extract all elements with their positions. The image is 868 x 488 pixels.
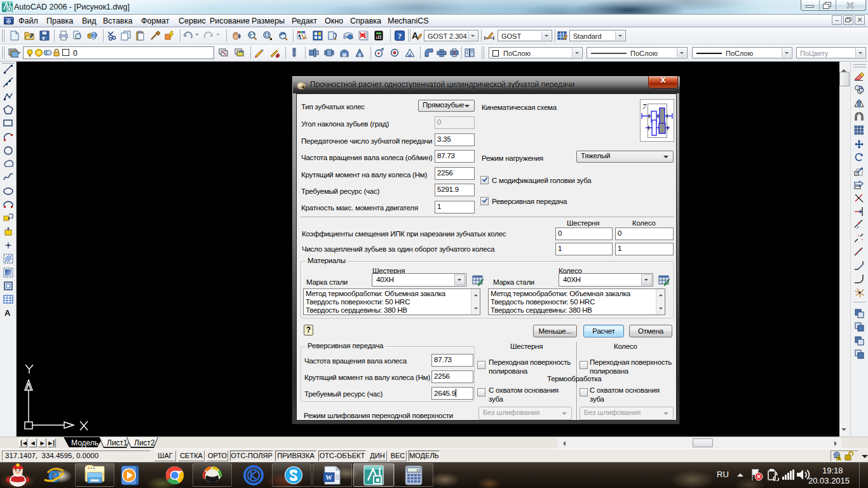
svg-text:A: A xyxy=(4,308,11,318)
svg-text:e: e xyxy=(48,464,60,486)
svg-text:W: W xyxy=(326,474,332,481)
svg-text:?: ? xyxy=(398,32,402,41)
svg-text:M: M xyxy=(209,477,217,485)
svg-text:0: 0 xyxy=(416,468,419,473)
svg-text:7: 7 xyxy=(642,102,647,111)
